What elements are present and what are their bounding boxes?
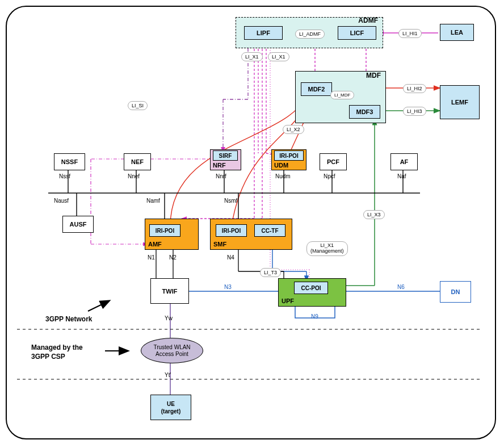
li-hi2-pill: LI_HI2 xyxy=(403,84,426,93)
nsmf-sbi: Nsmf xyxy=(224,198,237,204)
twap-ellipse: Trusted WLAN Access Point xyxy=(141,338,203,363)
yt-label: Yt' xyxy=(165,372,171,378)
smf-cc-tf-box: CC-TF xyxy=(254,224,285,237)
ausf-box: AUSF xyxy=(62,216,94,233)
sirf-box: SIRF xyxy=(213,150,238,161)
upf-label: UPF xyxy=(282,298,294,304)
twif-box: TWIF xyxy=(150,278,189,304)
ue-box: UE (target) xyxy=(150,395,191,420)
li-mdf-pill: LI_MDF xyxy=(330,91,354,99)
nssf-box: NSSF xyxy=(54,153,85,170)
udm-iri-poi-box: IRI-POI xyxy=(274,150,304,161)
n9-label: N9 xyxy=(311,313,318,320)
managed-annotation: Managed by the 3GPP CSP xyxy=(31,344,83,361)
li-x3-pill: LI_X3 xyxy=(363,210,385,219)
n2-label: N2 xyxy=(169,254,177,261)
diagram-canvas: ADMF LIPF LICF LI_ADMF LEA LI_HI1 MDF MD… xyxy=(0,0,504,444)
nrf-label: NRF xyxy=(213,162,226,169)
amf-label: AMF xyxy=(148,241,162,248)
li-admf-pill: LI_ADMF xyxy=(295,30,325,39)
lipf-box: LIPF xyxy=(244,26,283,40)
nudm-sbi: Nudm xyxy=(275,173,291,179)
yw-label: Yw xyxy=(165,315,173,321)
nssf-sbi: Nssf xyxy=(59,173,70,179)
li-t3-pill: LI_T3 xyxy=(260,268,281,277)
lemf-box: LEMF xyxy=(440,85,480,119)
nnrf-sbi: Nnrf xyxy=(216,173,226,179)
licf-box: LICF xyxy=(338,26,376,40)
mdf2-box: MDF2 xyxy=(301,82,332,96)
lea-box: LEA xyxy=(440,24,474,41)
naf-sbi: Naf xyxy=(397,173,406,179)
npcf-sbi: Npcf xyxy=(324,173,335,179)
nnef-sbi: Nnef xyxy=(128,173,140,179)
li-hi3-pill: LI_HI3 xyxy=(403,107,426,116)
li-x2-pill: LI_X2 xyxy=(283,125,304,134)
li-x1-pill-left: LI_X1 xyxy=(241,52,263,61)
li-hi1-pill: LI_HI1 xyxy=(398,29,422,38)
n6-label: N6 xyxy=(397,284,405,290)
dn-box: DN xyxy=(440,281,471,303)
udm-label: UDM xyxy=(274,162,288,169)
admf-title: ADMF xyxy=(358,16,378,24)
n1-label: N1 xyxy=(148,254,155,261)
af-box: AF xyxy=(390,153,418,170)
n4-label: N4 xyxy=(227,254,234,261)
smf-iri-poi-box: IRI-POI xyxy=(216,224,247,237)
network-annotation: 3GPP Network xyxy=(45,315,92,323)
li-si-pill: LI_SI xyxy=(128,101,148,110)
li-x1-pill-right: LI_X1 xyxy=(268,52,289,61)
amf-iri-poi-box: IRI-POI xyxy=(149,224,180,237)
nef-box: NEF xyxy=(124,153,151,170)
namf-sbi: Namf xyxy=(146,198,160,204)
smf-label: SMF xyxy=(213,241,226,248)
mdf-title: MDF xyxy=(366,72,381,79)
pcf-box: PCF xyxy=(320,153,347,170)
li-x1-mgmt-pill: LI_X1 (Management) xyxy=(306,241,348,256)
nausf-sbi: Nausf xyxy=(54,198,69,204)
cc-poi-box: CC-POI xyxy=(294,282,328,294)
n3-label: N3 xyxy=(224,284,232,290)
mdf3-box: MDF3 xyxy=(349,105,380,119)
